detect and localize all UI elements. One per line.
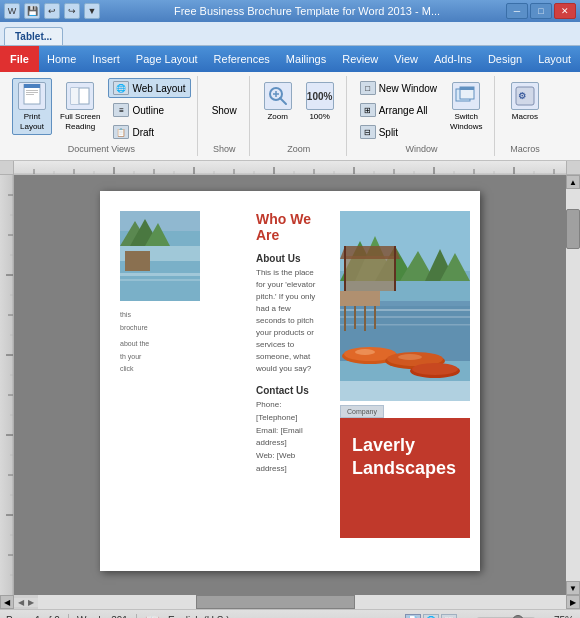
show-buttons: Show [207,78,242,142]
file-button[interactable]: File [0,46,39,72]
full-screen-button[interactable]: Full ScreenReading [54,78,106,135]
menu-references[interactable]: References [206,49,278,69]
maximize-button[interactable]: □ [530,3,552,19]
document-page: this brochure about the th your click Wh… [100,191,480,571]
split-icon: ⊟ [360,125,376,139]
ruler-corner [0,161,14,175]
doc-views-label: Document Views [68,142,135,154]
svg-rect-74 [120,273,200,276]
menu-mailings[interactable]: Mailings [278,49,334,69]
draft-button[interactable]: 📋 Draft [108,122,190,142]
company-line-1: Laverly [352,435,415,455]
menu-bar: File Home Insert Page Layout References … [0,46,580,72]
next-page-icon[interactable]: ▶ [28,598,34,607]
split-label: Split [379,127,398,138]
ribbon-content: PrintLayout Full ScreenReading [0,72,580,160]
scroll-right-button[interactable]: ▶ [566,595,580,609]
ribbon-group-show: Show Show [200,76,250,156]
svg-rect-75 [120,279,200,281]
menu-page-layout[interactable]: Page Layout [128,49,206,69]
show-label: Show [212,105,237,116]
scroll-thumb-vertical[interactable] [566,209,580,249]
scroll-up-button[interactable]: ▲ [566,175,580,189]
svg-rect-90 [340,309,470,311]
menu-design[interactable]: Design [480,49,530,69]
window-small-col: □ New Window ⊞ Arrange All ⊟ Split [355,78,442,142]
show-button[interactable]: Show [207,102,242,119]
scroll-left-button[interactable]: ◀ [0,595,14,609]
minimize-button[interactable]: ─ [506,3,528,19]
tab-bar: Tablet... [0,22,580,46]
menu-home[interactable]: Home [39,49,84,69]
print-layout-button[interactable]: PrintLayout [12,78,52,135]
menu-add-ins[interactable]: Add-Ins [426,49,480,69]
about-us-heading: About Us [256,253,320,264]
switch-windows-button[interactable]: SwitchWindows [444,78,488,135]
zoom-group-label: Zoom [287,142,310,154]
ribbon-group-zoom: Zoom 100% 100% Zoom [252,76,347,156]
company-line-2: Landscapes [352,458,456,478]
snippet-2: brochure [120,322,240,335]
views-small-col: 🌐 Web Layout ≡ Outline 📋 Draft [108,78,190,142]
snippet-4: th your [120,351,240,364]
outline-button[interactable]: ≡ Outline [108,100,190,120]
scroll-thumb-horizontal[interactable] [196,595,354,609]
svg-rect-14 [460,87,474,90]
zoom-button[interactable]: Zoom [258,78,298,125]
split-button[interactable]: ⊟ Split [355,122,442,142]
menu-review[interactable]: Review [334,49,386,69]
save-icon[interactable]: 💾 [24,3,40,19]
svg-text:⚙: ⚙ [518,91,526,101]
zoom-slider-thumb[interactable] [512,615,524,619]
arrange-all-button[interactable]: ⊞ Arrange All [355,100,442,120]
macros-button[interactable]: ⚙ Macros [505,78,545,125]
page-nav-area: ◀ ▶ [14,598,38,607]
show-group-label: Show [213,142,236,154]
undo-icon[interactable]: ↩ [44,3,60,19]
close-button[interactable]: ✕ [554,3,576,19]
scrollbar-horizontal[interactable]: ◀ ◀ ▶ ▶ [0,595,580,609]
status-bar: Page: 1 of 2 Words: 391 📖 English (U.S.)… [0,609,580,618]
menu-view[interactable]: View [386,49,426,69]
snippet-1: this [120,309,240,322]
zoom-label: Zoom [267,112,287,121]
zoom-buttons: Zoom 100% 100% [258,78,340,142]
prev-page-icon[interactable]: ◀ [18,598,24,607]
arrange-all-label: Arrange All [379,105,428,116]
macros-icon: ⚙ [511,82,539,110]
redo-icon[interactable]: ↪ [64,3,80,19]
title-bar: W 💾 ↩ ↪ ▼ Free Business Brochure Templat… [0,0,580,22]
svg-point-98 [412,363,458,375]
switch-windows-icon [452,82,480,110]
scroll-track-vertical[interactable] [566,189,580,581]
svg-rect-2 [26,90,38,91]
window-buttons: □ New Window ⊞ Arrange All ⊟ Split [355,78,489,142]
view-web-button[interactable]: 🌐 [423,614,439,619]
svg-rect-3 [26,92,38,93]
who-we-are-heading: Who We Are [256,211,320,243]
new-window-button[interactable]: □ New Window [355,78,442,98]
switch-windows-label: SwitchWindows [450,112,482,131]
svg-rect-6 [71,88,79,104]
zoom-minus-button[interactable]: − [463,615,469,619]
view-print-button[interactable]: 📄 [405,614,421,619]
menu-insert[interactable]: Insert [84,49,128,69]
svg-rect-84 [345,256,395,291]
tab-tablet[interactable]: Tablet... [4,27,63,45]
ribbon-group-macros: ⚙ Macros Macros [497,76,552,156]
svg-rect-73 [125,251,150,271]
scrollbar-vertical[interactable]: ▲ ▼ [566,175,580,595]
zoom-100-icon: 100% [306,82,334,110]
zoom-icon [264,82,292,110]
zoom-100-button[interactable]: 100% 100% [300,78,340,125]
scroll-track-horizontal[interactable] [38,595,566,609]
page-left-column: this brochure about the th your click [120,211,240,551]
svg-rect-92 [340,324,470,326]
view-read-button[interactable]: 📖 [441,614,457,619]
menu-layout[interactable]: Layout [530,49,579,69]
web-layout-button[interactable]: 🌐 Web Layout [108,78,190,98]
zoom-plus-button[interactable]: + [542,615,548,619]
quick-access-icon[interactable]: ▼ [84,3,100,19]
scroll-down-button[interactable]: ▼ [566,581,580,595]
svg-point-99 [355,349,375,355]
